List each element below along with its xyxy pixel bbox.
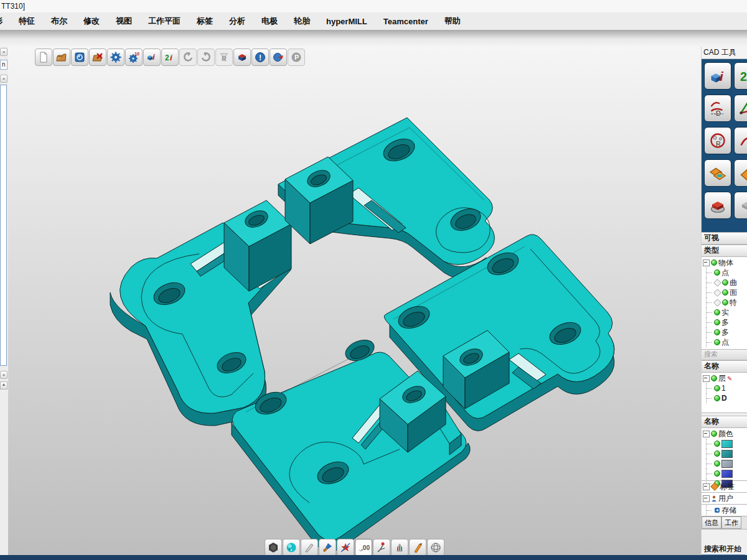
- cad-axes-button[interactable]: [734, 95, 747, 122]
- sphere-warning-button[interactable]: !: [251, 49, 269, 66]
- color-item-2[interactable]: [703, 449, 747, 459]
- visibility-bulb-icon[interactable]: [714, 470, 720, 477]
- filter-r-button[interactable]: R: [215, 49, 233, 66]
- visibility-bulb-icon[interactable]: [714, 309, 720, 315]
- cad-dimension-button[interactable]: D: [704, 95, 731, 122]
- color-item-4[interactable]: [703, 469, 747, 478]
- color-item-3[interactable]: [703, 459, 747, 469]
- color-swatch[interactable]: [721, 450, 733, 458]
- layer-item-2[interactable]: D: [703, 393, 747, 403]
- color-bell-button[interactable]: [391, 539, 408, 556]
- menu-item-1[interactable]: 形: [0, 16, 2, 27]
- visibility-bulb-icon[interactable]: [714, 441, 720, 447]
- render-sphere-button[interactable]: [283, 539, 300, 556]
- visibility-bulb-icon[interactable]: [714, 329, 720, 335]
- visibility-bulb-icon[interactable]: [714, 450, 720, 457]
- visibility-bulb-icon[interactable]: [711, 375, 717, 381]
- visibility-bulb-icon[interactable]: [714, 460, 720, 467]
- sphere-rotate-button[interactable]: [270, 49, 287, 66]
- close-icon[interactable]: ×: [0, 48, 7, 56]
- tab-workplane[interactable]: 工作: [721, 516, 741, 529]
- decimal-00-button[interactable]: .00: [355, 539, 372, 556]
- type-root[interactable]: 物体: [703, 258, 747, 268]
- menu-item-12[interactable]: Teamcenter: [383, 17, 428, 26]
- type-item-8[interactable]: 点: [703, 337, 747, 347]
- model-part-corner-bracket-left[interactable]: [110, 200, 291, 426]
- close-icon[interactable]: ×: [0, 371, 7, 379]
- cad-solid-grey-button[interactable]: [734, 192, 747, 219]
- point-star-button[interactable]: [337, 539, 354, 556]
- save-button[interactable]: [71, 49, 88, 66]
- undo-button[interactable]: [179, 49, 197, 66]
- menu-item-10[interactable]: 轮胎: [294, 16, 310, 27]
- type-item-2[interactable]: 曲: [703, 278, 747, 287]
- type-item-6[interactable]: 多: [703, 317, 747, 327]
- collapse-icon[interactable]: [703, 495, 710, 502]
- color-swatch[interactable]: [721, 460, 733, 468]
- visibility-bulb-icon[interactable]: [722, 279, 728, 286]
- gear-10-button[interactable]: 10: [125, 49, 143, 66]
- dock-input[interactable]: n: [0, 60, 7, 70]
- wireframe-globe-button[interactable]: [427, 539, 444, 556]
- user-row[interactable]: 用户: [703, 493, 747, 503]
- visibility-header[interactable]: 可视: [702, 232, 747, 245]
- type-item-7[interactable]: 多: [703, 327, 747, 337]
- new-file-button[interactable]: [35, 49, 52, 66]
- collapse-icon[interactable]: [703, 259, 710, 266]
- menu-item-2[interactable]: 特征: [19, 16, 35, 27]
- menu-item-5[interactable]: 视图: [116, 16, 132, 27]
- menu-item-7[interactable]: 标签: [197, 16, 213, 27]
- solid-cube-button[interactable]: [233, 49, 251, 66]
- close-icon[interactable]: ×: [0, 75, 7, 83]
- visibility-bulb-icon[interactable]: [714, 395, 720, 401]
- visibility-bulb-icon[interactable]: [714, 269, 720, 276]
- colors-name-header[interactable]: 名称: [702, 416, 747, 428]
- paint-brush-button[interactable]: [319, 539, 336, 556]
- diamond-icon[interactable]: [713, 289, 721, 296]
- parametric-p-button[interactable]: P: [288, 49, 305, 66]
- cad-planes-button[interactable]: [704, 159, 731, 187]
- visibility-bulb-icon[interactable]: [714, 339, 720, 345]
- menu-item-8[interactable]: 分析: [229, 16, 245, 27]
- cad-arc-button[interactable]: [734, 127, 747, 154]
- visibility-bulb-icon[interactable]: [714, 319, 720, 325]
- color-swatch[interactable]: [721, 440, 733, 448]
- menu-item-6[interactable]: 工作平面: [148, 16, 181, 27]
- storage-row[interactable]: 存储: [703, 505, 747, 515]
- visibility-bulb-icon[interactable]: [722, 299, 728, 306]
- tags-row[interactable]: 标签: [703, 482, 747, 492]
- info-cube-button[interactable]: i: [143, 49, 161, 66]
- sketch-pencil-button[interactable]: [301, 539, 318, 556]
- layers-name-header[interactable]: 名称: [702, 360, 747, 373]
- cad-radius-button[interactable]: R: [704, 127, 731, 154]
- collapse-icon[interactable]: [703, 375, 710, 382]
- collapse-icon[interactable]: [703, 483, 710, 490]
- cad-info-button[interactable]: i: [704, 62, 731, 90]
- redo-button[interactable]: [197, 49, 215, 66]
- spinner-up-icon[interactable]: ▲: [0, 381, 7, 390]
- diamond-icon[interactable]: [713, 299, 721, 306]
- cad-2i-button[interactable]: 2i: [734, 62, 747, 90]
- open-folder-button[interactable]: [53, 49, 70, 66]
- menu-item-11[interactable]: hyperMILL: [326, 17, 367, 26]
- visibility-bulb-icon[interactable]: [711, 259, 717, 266]
- type-header[interactable]: 类型: [702, 245, 747, 257]
- visibility-bulb-icon[interactable]: [711, 431, 717, 437]
- color-item-1[interactable]: [703, 439, 747, 449]
- color-swatch[interactable]: [721, 470, 733, 478]
- type-item-1[interactable]: 点: [703, 268, 747, 278]
- cad-solid-red-button[interactable]: [704, 192, 731, 219]
- type-item-5[interactable]: 实: [703, 307, 747, 317]
- visibility-bulb-icon[interactable]: [714, 385, 720, 391]
- collapse-icon[interactable]: [703, 431, 710, 437]
- layer-item-1[interactable]: 1: [703, 383, 747, 393]
- visibility-bulb-icon[interactable]: [722, 289, 728, 296]
- model-part-corner-bracket-top-right[interactable]: [278, 118, 494, 279]
- color-root[interactable]: 颜色: [703, 429, 747, 439]
- settings-gear-button[interactable]: [107, 49, 125, 66]
- menu-item-3[interactable]: 布尔: [51, 16, 67, 27]
- menu-item-9[interactable]: 电极: [261, 16, 278, 27]
- marker-pen-button[interactable]: [409, 539, 426, 556]
- dock-listbox[interactable]: [0, 85, 7, 366]
- type-item-3[interactable]: 面: [703, 287, 747, 297]
